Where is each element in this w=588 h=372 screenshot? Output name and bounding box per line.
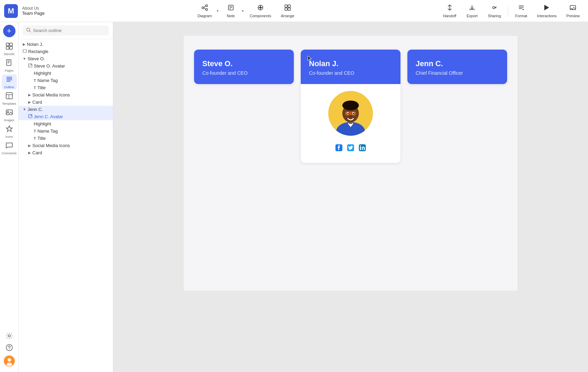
preview-button[interactable]: Preview: [562, 2, 584, 20]
tree-item-jenn-card[interactable]: ▶ Card: [19, 149, 113, 156]
svg-rect-18: [288, 8, 290, 10]
tree-item-steve[interactable]: ▼ Steve O.: [19, 55, 113, 62]
svg-rect-56: [29, 64, 32, 67]
settings-button[interactable]: [6, 332, 13, 341]
main-layout: + Stencils Pages: [0, 22, 588, 372]
handoff-label: Handoff: [443, 14, 456, 18]
svg-rect-32: [10, 46, 12, 49]
handoff-button[interactable]: Handoff: [439, 2, 460, 20]
svg-rect-26: [523, 9, 524, 10]
tree-item-steve-highlight[interactable]: Highlight: [19, 70, 113, 77]
comments-icon: [6, 142, 13, 151]
svg-point-52: [7, 363, 12, 366]
linkedin-icon[interactable]: [359, 144, 366, 153]
app-logo[interactable]: M: [4, 4, 18, 18]
steve-social-label: Social Media Icons: [32, 92, 70, 97]
tree-item-jenn-avatar[interactable]: Jenn C. Avatar: [19, 113, 113, 120]
toolbar-right: Handoff Export Sharing: [439, 2, 584, 20]
svg-point-47: [8, 335, 10, 337]
sidebar-item-pages[interactable]: Pages: [2, 58, 17, 73]
svg-rect-44: [6, 110, 12, 115]
tree-item-jenn[interactable]: ▼ Jenn C.: [19, 106, 113, 113]
steve-label: Steve O.: [28, 56, 45, 61]
sidebar-item-comments[interactable]: Comments: [2, 141, 17, 156]
outline-icon: [6, 75, 13, 85]
tree-item-jenn-social[interactable]: ▶ Social Media Icons: [19, 142, 113, 149]
nolan-chevron: ▶: [23, 42, 25, 46]
export-label: Export: [467, 14, 478, 18]
note-chevron[interactable]: ▾: [241, 9, 244, 13]
interactions-label: Interactions: [537, 14, 557, 18]
sidebar-item-stencils[interactable]: Stencils: [2, 41, 17, 56]
steve-nametag-icon: T: [34, 79, 36, 83]
steve-highlight-label: Highlight: [34, 71, 51, 76]
tree-item-rectangle[interactable]: Rectangle: [19, 48, 113, 55]
add-button[interactable]: +: [3, 25, 15, 37]
search-input[interactable]: [33, 28, 105, 33]
svg-marker-27: [544, 5, 549, 10]
tree-item-steve-card[interactable]: ▶ Card: [19, 99, 113, 106]
jenn-card-chevron: ▶: [28, 151, 31, 155]
steve-card-chevron: ▶: [28, 100, 31, 104]
tree-item-steve-nametag[interactable]: T Name Tag: [19, 77, 113, 84]
diagram-label: Diagram: [197, 14, 212, 18]
preview-icon: [569, 4, 576, 13]
svg-point-58: [31, 64, 32, 65]
sidebar-bottom: [4, 329, 15, 369]
card-steve[interactable]: Steve O. Co-founder and CEO: [194, 50, 294, 84]
sharing-button[interactable]: Sharing: [484, 2, 505, 20]
sidebar-item-templates[interactable]: Templates: [2, 91, 17, 106]
components-button[interactable]: Components: [246, 2, 275, 20]
handoff-icon: [446, 4, 453, 13]
interactions-icon: [543, 4, 550, 13]
sidebar-item-icons[interactable]: Icons: [2, 124, 17, 139]
tree-item-steve-avatar[interactable]: Steve O. Avatar: [19, 62, 113, 70]
search-box: [23, 25, 109, 35]
components-label: Components: [250, 14, 271, 18]
svg-point-10: [259, 7, 261, 9]
twitter-icon[interactable]: [347, 144, 354, 153]
svg-rect-2: [206, 9, 207, 10]
tree-item-jenn-title[interactable]: T Title: [19, 135, 113, 142]
tree-item-jenn-highlight[interactable]: Highlight: [19, 120, 113, 127]
svg-point-51: [8, 358, 11, 362]
export-button[interactable]: Export: [462, 2, 482, 20]
templates-label: Templates: [2, 102, 16, 105]
svg-rect-29: [6, 43, 9, 46]
tree-item-steve-title[interactable]: T Title: [19, 84, 113, 91]
breadcrumb-top: About Us: [22, 6, 45, 11]
arrange-icon: [284, 4, 291, 13]
canvas-area[interactable]: Steve O. Co-founder and CEO Nolan J. Co-…: [113, 22, 588, 372]
diagram-button[interactable]: Diagram: [193, 2, 216, 20]
steve-chevron: ▼: [23, 57, 26, 61]
jenn-avatar-icon: [28, 114, 32, 119]
note-button[interactable]: Note: [221, 2, 241, 20]
help-button[interactable]: [6, 344, 13, 353]
facebook-icon[interactable]: [335, 144, 343, 153]
jenn-avatar-label: Jenn C. Avatar: [34, 114, 63, 119]
card-nolan[interactable]: Nolan J. Co-founder and CEO: [301, 50, 400, 163]
steve-nametag-label: Name Tag: [38, 78, 58, 83]
outline-search-area: [19, 22, 113, 39]
svg-rect-16: [288, 5, 290, 7]
sidebar-item-outline[interactable]: Outline: [2, 74, 17, 90]
toolbar: M About Us Team Page Diagram ▾: [0, 0, 588, 22]
format-button[interactable]: Format: [511, 2, 532, 20]
diagram-chevron[interactable]: ▾: [216, 9, 219, 13]
design-canvas: Steve O. Co-founder and CEO Nolan J. Co-…: [184, 36, 517, 291]
tree-item-nolan[interactable]: ▶ Nolan J.: [19, 41, 113, 48]
arrange-button[interactable]: Arrange: [277, 2, 298, 20]
card-nolan-avatar: [328, 91, 373, 136]
tree-item-steve-social[interactable]: ▶ Social Media Icons: [19, 91, 113, 99]
svg-rect-80: [360, 147, 361, 150]
user-avatar[interactable]: [4, 355, 15, 366]
card-jenn[interactable]: Jenn C. Chief Financial Officer: [407, 50, 507, 84]
tree-item-jenn-nametag[interactable]: T Name Tag: [19, 127, 113, 135]
jenn-title-icon: T: [34, 136, 36, 141]
svg-rect-59: [29, 114, 32, 118]
comments-label: Comments: [2, 152, 17, 155]
left-sidebar: + Stencils Pages: [0, 22, 19, 372]
interactions-button[interactable]: Interactions: [533, 2, 561, 20]
breadcrumb-bottom: Team Page: [22, 11, 45, 16]
sidebar-item-images[interactable]: Images: [2, 107, 17, 123]
